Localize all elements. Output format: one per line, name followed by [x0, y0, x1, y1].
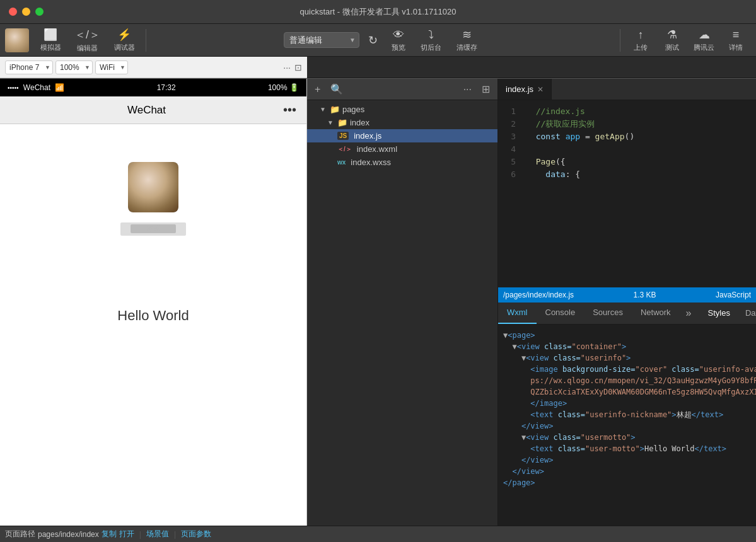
- statusbar-open-button[interactable]: 打开: [119, 529, 134, 539]
- code-line-6: data: {: [526, 168, 751, 181]
- details-button[interactable]: ≡ 详情: [721, 26, 751, 55]
- statusbar-sep-1: |: [139, 530, 141, 539]
- xml-line-12: </page>: [503, 477, 751, 488]
- toolbar-separator-2: [620, 29, 620, 52]
- add-file-icon[interactable]: +: [312, 83, 323, 96]
- code-tab-label: index.js: [506, 84, 533, 94]
- user-section: 林超: [0, 124, 306, 236]
- upload-button[interactable]: ↑ 上传: [625, 26, 656, 55]
- code-content[interactable]: //index.js //获取应用实例 const app = getApp()…: [521, 100, 756, 287]
- details-icon: ≡: [733, 28, 740, 42]
- phone-status-bar: ••••• WeChat 📶 17:32 100% 🔋: [0, 79, 306, 96]
- right-tab-dataset[interactable]: Dataset: [740, 306, 756, 320]
- inspector-right-tabs: Styles Dataset ⋮: [698, 306, 757, 320]
- editor-icon: ＜/＞: [74, 27, 100, 42]
- code-filepath: /pages/index/index.js: [503, 291, 574, 299]
- avatar-button[interactable]: [5, 28, 29, 52]
- code-tab-index-js[interactable]: index.js ✕: [498, 79, 552, 100]
- xml-line-8: ▼<view class="usermotto">: [503, 432, 751, 443]
- zoom-select[interactable]: 100%: [55, 61, 93, 74]
- tab-network[interactable]: Network: [632, 303, 680, 324]
- file-toolbar: + 🔍 ··· ⊞: [307, 79, 497, 100]
- more-file-icon[interactable]: ···: [461, 83, 474, 96]
- simulator-icon: ⬜: [44, 28, 57, 42]
- compile-mode-select[interactable]: 普通编辑: [284, 32, 359, 48]
- code-line-4: [526, 143, 751, 156]
- editor-button[interactable]: ＜/＞ 编辑器: [69, 25, 105, 55]
- file-index-js[interactable]: JS index.js: [307, 129, 497, 142]
- tab-wxml[interactable]: Wxml: [498, 303, 537, 324]
- titlebar: quickstart - 微信开发者工具 v1.01.1711020: [0, 0, 756, 24]
- tab-network-label: Network: [641, 308, 671, 317]
- file-tree: ▼ 📁 pages ▼ 📁 index JS index.js: [307, 100, 497, 526]
- phone-toolbar-layout-icon[interactable]: ⊡: [294, 62, 302, 72]
- toolbar-separator: [146, 29, 146, 52]
- refresh-button[interactable]: ↻: [364, 31, 381, 50]
- phone-app-content: WeChat ••• 林超 Hello World: [0, 96, 306, 526]
- phone-toolbar-more-icon[interactable]: ···: [283, 62, 291, 72]
- device-select[interactable]: iPhone 7: [5, 61, 53, 74]
- phone-signal: ••••• WeChat 📶: [8, 83, 64, 92]
- debugger-button[interactable]: ⚡ 调试器: [108, 25, 141, 55]
- folder-pages-label: pages: [342, 105, 364, 114]
- tencentcloud-button[interactable]: ☁ 腾讯云: [689, 25, 719, 55]
- code-path-bar: /pages/index/index.js 1.3 KB JavaScript: [498, 287, 756, 303]
- tab-console-label: Console: [545, 308, 576, 317]
- inspector-tabs: Wxml Console Sources Network »: [498, 303, 698, 324]
- tab-sources[interactable]: Sources: [584, 303, 632, 324]
- folder-index[interactable]: ▼ 📁 index: [307, 116, 497, 129]
- cutback-icon: ⤵: [428, 28, 434, 42]
- window-title: quickstart - 微信开发者工具 v1.01.1711020: [300, 6, 457, 18]
- collapse-file-icon[interactable]: ⊞: [479, 82, 492, 96]
- xml-line-10: </view>: [503, 454, 751, 466]
- phone-battery: 100% 🔋: [268, 83, 299, 92]
- statusbar-scene-label[interactable]: 场景值: [146, 529, 169, 539]
- search-file-icon[interactable]: 🔍: [328, 82, 346, 96]
- debugger-icon: ⚡: [117, 28, 131, 42]
- maximize-button[interactable]: [35, 8, 44, 16]
- window-controls[interactable]: [9, 8, 44, 16]
- xml-line-1: ▼<page>: [503, 330, 751, 341]
- code-filesize: 1.3 KB: [634, 291, 656, 299]
- code-tab-bar: index.js ✕: [498, 79, 756, 100]
- device-bar: iPhone 7 ▼ 100% ▼ WiFi ▼ ··· ⊡: [0, 57, 307, 78]
- folder-pages[interactable]: ▼ 📁 pages: [307, 103, 497, 116]
- file-index-wxml-label: index.wxml: [357, 144, 397, 154]
- zoom-select-wrapper: 100% ▼: [55, 61, 93, 74]
- tab-console[interactable]: Console: [537, 303, 584, 324]
- app-name-label: WeChat: [127, 104, 166, 117]
- code-filetype: JavaScript: [716, 291, 751, 299]
- inspector-more-icon[interactable]: »: [680, 308, 698, 319]
- statusbar-copy-button[interactable]: 复制: [102, 529, 117, 539]
- close-tab-icon[interactable]: ✕: [537, 85, 544, 94]
- file-index-wxml[interactable]: ＜/＞ index.wxml: [307, 142, 497, 156]
- phone-simulator-panel: ••••• WeChat 📶 17:32 100% 🔋 WeChat •••: [0, 79, 307, 526]
- preview-button[interactable]: 👁 预览: [387, 26, 410, 55]
- device-select-wrapper: iPhone 7 ▼: [5, 61, 53, 74]
- line-numbers: 1 2 3 4 5 6: [498, 100, 521, 287]
- clearcache-button[interactable]: ≋ 清缓存: [451, 25, 482, 55]
- file-index-wxss[interactable]: wx index.wxss: [307, 156, 497, 169]
- test-button[interactable]: ⚗ 测试: [657, 25, 687, 55]
- tab-sources-label: Sources: [593, 308, 623, 317]
- right-panel: index.js ✕ 1 2 3 4 5 6 //index.js: [498, 79, 756, 526]
- close-button[interactable]: [9, 8, 17, 16]
- js-file-icon: JS: [337, 132, 349, 140]
- network-select-wrapper: WiFi ▼: [95, 61, 128, 74]
- status-bar: 页面路径 pages/index/index 复制 打开 | 场景值 | 页面参…: [0, 526, 756, 542]
- right-tab-styles[interactable]: Styles: [703, 306, 735, 320]
- network-select[interactable]: WiFi: [95, 61, 128, 74]
- hello-world-text: Hello World: [117, 308, 189, 450]
- folder-index-expand-icon: ▼: [327, 119, 334, 126]
- phone-carrier: WeChat: [23, 83, 50, 92]
- user-avatar: [128, 162, 178, 212]
- minimize-button[interactable]: [22, 8, 30, 16]
- statusbar-params-label[interactable]: 页面参数: [181, 529, 211, 539]
- tab-wxml-label: Wxml: [507, 308, 528, 317]
- cutback-button[interactable]: ⤵ 切后台: [416, 26, 446, 55]
- wxml-file-icon: ＜/＞: [337, 145, 352, 154]
- simulator-button[interactable]: ⬜ 模拟器: [34, 25, 67, 55]
- file-tree-panel: + 🔍 ··· ⊞ ▼ 📁 pages ▼ 📁 index: [307, 79, 498, 526]
- code-editor[interactable]: 1 2 3 4 5 6 //index.js //获取应用实例 const ap…: [498, 100, 756, 287]
- wxss-file-icon: wx: [337, 159, 346, 166]
